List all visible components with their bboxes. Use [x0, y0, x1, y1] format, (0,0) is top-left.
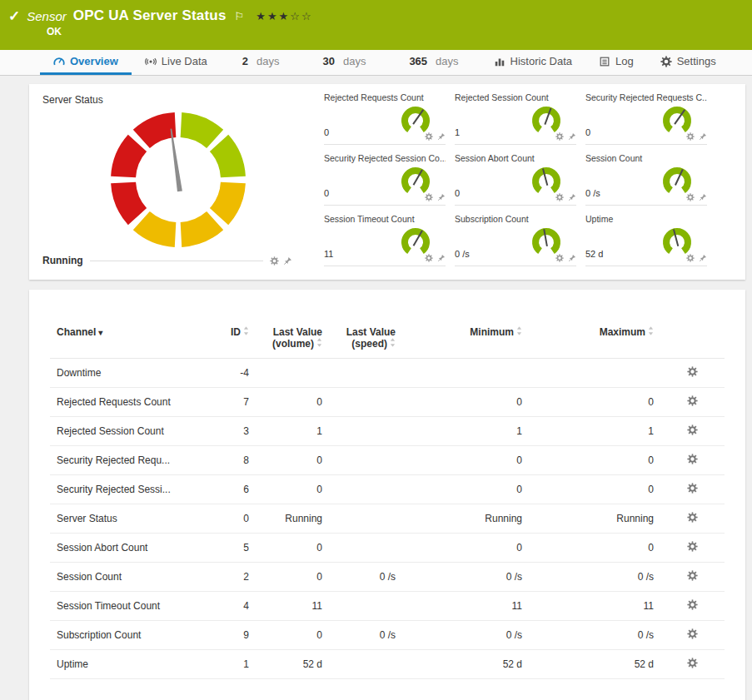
channel-settings-icon[interactable]	[687, 512, 698, 523]
cell-volume: 0	[256, 475, 329, 504]
cell-speed	[329, 504, 402, 534]
channel-settings-icon[interactable]	[687, 541, 698, 552]
cell-minimum: 0	[402, 388, 529, 417]
col-last-value-speed[interactable]: Last Value (speed)	[329, 323, 402, 359]
gauge-label: Session Abort Count	[455, 153, 576, 163]
gear-icon[interactable]	[555, 132, 564, 141]
cell-channel: Rejected Requests Count	[50, 388, 204, 417]
channel-settings-icon[interactable]	[687, 570, 698, 581]
channel-settings-icon[interactable]	[687, 628, 698, 639]
cell-volume: 1	[256, 417, 329, 446]
pin-icon[interactable]	[437, 132, 446, 141]
pin-icon[interactable]	[437, 193, 446, 201]
cell-volume: 11	[256, 592, 329, 621]
table-row[interactable]: Session Count200 /s0 /s0 /s	[50, 563, 725, 592]
pin-icon[interactable]	[568, 132, 576, 141]
pin-icon[interactable]	[568, 254, 576, 262]
priority-stars[interactable]: ★★★☆☆	[256, 10, 312, 22]
col-label: Maximum	[600, 326, 645, 338]
gauge-tile: Rejected Session Count 1	[455, 92, 576, 145]
tab-historic-data[interactable]: Historic Data	[481, 50, 585, 75]
gauge-tile-actions	[686, 193, 707, 201]
gauge-tile-actions	[686, 254, 707, 262]
gear-icon[interactable]	[425, 254, 433, 262]
col-id[interactable]: ID	[204, 323, 256, 359]
sort-icon[interactable]	[316, 338, 322, 347]
cell-id: 8	[204, 446, 256, 475]
pin-icon[interactable]	[437, 254, 446, 262]
cell-minimum: 0 /s	[402, 621, 529, 650]
tab-365-days[interactable]: 365 days	[387, 50, 480, 75]
col-label: (speed)	[351, 338, 387, 350]
gauge-tile: Rejected Requests Count 0	[324, 92, 446, 145]
page-content: Server Status Running Rejected Requests …	[0, 76, 752, 700]
live-data-icon	[145, 56, 157, 67]
cell-maximum: Running	[529, 504, 660, 534]
channel-settings-icon[interactable]	[687, 483, 698, 494]
channel-settings-icon[interactable]	[687, 366, 698, 377]
pin-icon[interactable]	[568, 193, 576, 201]
cell-volume	[256, 359, 329, 388]
table-row[interactable]: Uptime152 d52 d52 d	[50, 650, 725, 679]
cell-channel: Session Timeout Count	[50, 592, 204, 621]
cell-id: 3	[204, 417, 256, 446]
gear-icon[interactable]	[686, 254, 695, 262]
gauge-value: 0	[324, 188, 329, 198]
gear-icon[interactable]	[270, 256, 279, 266]
pin-icon[interactable]	[699, 132, 707, 141]
sort-icon[interactable]	[243, 326, 249, 335]
sort-desc-icon: ▾	[98, 328, 102, 337]
pin-icon[interactable]	[283, 256, 292, 266]
channel-settings-icon[interactable]	[687, 454, 698, 464]
gear-icon[interactable]	[555, 193, 564, 201]
gear-icon[interactable]	[686, 132, 695, 141]
gauge-value: 0	[585, 127, 590, 137]
cell-maximum: 52 d	[529, 650, 660, 679]
col-minimum[interactable]: Minimum	[402, 323, 529, 359]
flag-icon[interactable]: ⚐	[235, 10, 245, 22]
col-channel[interactable]: Channel▾	[50, 323, 204, 359]
table-row[interactable]: Security Rejected Requ...8000	[50, 446, 725, 475]
pin-icon[interactable]	[699, 193, 707, 201]
table-row[interactable]: Security Rejected Sessi...6000	[50, 475, 725, 504]
sort-icon[interactable]	[390, 338, 396, 347]
tab-live-data[interactable]: Live Data	[132, 50, 221, 75]
table-row[interactable]: Session Timeout Count4111111	[50, 592, 725, 621]
gear-icon[interactable]	[425, 193, 433, 201]
gauge-tile: Session Abort Count 0	[455, 153, 576, 206]
gauge-label: Security Rejected Requests C...	[585, 92, 707, 102]
sensor-type-label: Sensor	[27, 9, 67, 23]
tab-30-days[interactable]: 30 days	[301, 50, 387, 75]
cell-minimum: 0 /s	[402, 563, 529, 592]
table-row[interactable]: Downtime-4	[50, 359, 725, 388]
sort-icon[interactable]	[648, 326, 654, 335]
gauge-value: 1	[455, 127, 460, 137]
tab-overview[interactable]: Overview	[40, 50, 132, 75]
channel-settings-icon[interactable]	[687, 424, 698, 435]
pin-icon[interactable]	[699, 254, 707, 262]
cell-volume: 0	[256, 621, 329, 650]
channel-settings-icon[interactable]	[687, 395, 698, 406]
table-row[interactable]: Rejected Session Count3111	[50, 417, 725, 446]
sort-icon[interactable]	[516, 326, 522, 335]
channel-settings-icon[interactable]	[687, 658, 698, 668]
table-row[interactable]: Session Abort Count5000	[50, 534, 725, 563]
table-row[interactable]: Rejected Requests Count7000	[50, 388, 725, 417]
cell-minimum: 0	[402, 446, 529, 475]
cell-volume: 0	[256, 388, 329, 417]
channel-settings-icon[interactable]	[687, 599, 698, 610]
table-row[interactable]: Server Status0RunningRunningRunning	[50, 504, 725, 534]
cell-maximum: 11	[529, 592, 660, 621]
gauge-label: Subscription Count	[455, 214, 576, 224]
cell-id: 7	[204, 388, 256, 417]
gear-icon[interactable]	[425, 132, 433, 141]
table-row[interactable]: Subscription Count900 /s0 /s0 /s	[50, 621, 725, 650]
tab-settings[interactable]: Settings	[647, 50, 730, 75]
gear-icon[interactable]	[555, 254, 564, 262]
gear-icon[interactable]	[686, 193, 695, 201]
tab-2-days[interactable]: 2 days	[221, 50, 301, 75]
col-last-value-volume[interactable]: Last Value (volume)	[256, 323, 329, 359]
cell-speed	[329, 592, 402, 621]
tab-log[interactable]: Log	[585, 50, 647, 75]
col-maximum[interactable]: Maximum	[529, 323, 660, 359]
